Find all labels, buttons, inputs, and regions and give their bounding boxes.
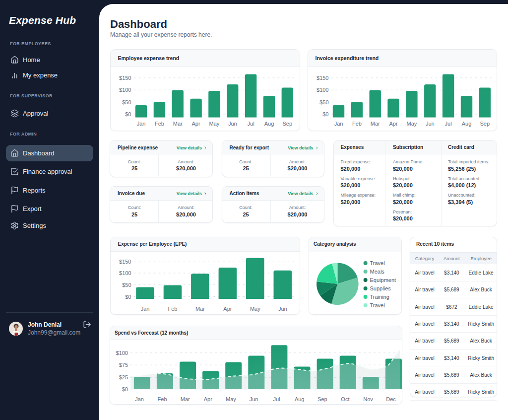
svg-text:Feb: Feb xyxy=(168,306,177,312)
svg-text:Travel: Travel xyxy=(370,302,385,308)
svg-text:$150: $150 xyxy=(119,75,131,81)
svg-text:Aug: Aug xyxy=(295,396,305,402)
svg-text:Sep: Sep xyxy=(480,121,490,127)
svg-text:$100: $100 xyxy=(119,87,131,93)
svg-text:Aug: Aug xyxy=(264,121,274,127)
svg-text:$0: $0 xyxy=(122,386,128,392)
svg-text:$75: $75 xyxy=(119,362,128,368)
svg-text:Jan: Jan xyxy=(140,306,149,312)
svg-text:Mar: Mar xyxy=(195,306,204,312)
svg-text:Training: Training xyxy=(370,294,389,300)
svg-text:Jul: Jul xyxy=(444,121,451,127)
svg-text:Equipment: Equipment xyxy=(370,277,396,283)
svg-text:May: May xyxy=(406,121,417,127)
svg-text:Apr: Apr xyxy=(191,121,200,127)
svg-text:$25: $25 xyxy=(119,374,128,380)
svg-text:$100: $100 xyxy=(116,350,128,356)
svg-text:Jan: Jan xyxy=(334,121,343,127)
svg-text:Supplies: Supplies xyxy=(370,285,391,291)
svg-text:Apr: Apr xyxy=(223,306,232,312)
svg-text:Mar: Mar xyxy=(370,121,380,127)
svg-text:Mar: Mar xyxy=(173,121,182,127)
svg-text:$0: $0 xyxy=(125,111,131,117)
svg-text:Jun: Jun xyxy=(278,306,287,312)
svg-text:$150: $150 xyxy=(119,259,131,265)
svg-text:Feb: Feb xyxy=(352,121,361,127)
svg-text:Aug: Aug xyxy=(461,121,471,127)
svg-text:Jan: Jan xyxy=(136,121,145,127)
svg-text:$150: $150 xyxy=(317,75,328,81)
svg-text:Jun: Jun xyxy=(228,121,237,127)
svg-text:Sep: Sep xyxy=(318,396,327,402)
svg-text:$100: $100 xyxy=(317,87,328,93)
svg-text:Travel: Travel xyxy=(370,260,385,266)
svg-text:$0: $0 xyxy=(125,294,131,300)
svg-text:Sep: Sep xyxy=(282,121,292,127)
svg-text:Jan: Jan xyxy=(135,396,144,402)
svg-text:$50: $50 xyxy=(319,99,328,105)
svg-text:Apr: Apr xyxy=(204,396,212,402)
svg-text:May: May xyxy=(226,396,236,402)
svg-text:Jun: Jun xyxy=(425,121,434,127)
svg-text:May: May xyxy=(250,306,260,312)
svg-text:$50: $50 xyxy=(122,99,131,105)
svg-text:Nov: Nov xyxy=(363,396,373,402)
svg-text:Jul: Jul xyxy=(247,121,254,127)
svg-text:$0: $0 xyxy=(322,111,328,117)
svg-text:Jun: Jun xyxy=(250,396,258,402)
svg-text:$100: $100 xyxy=(119,270,131,276)
svg-text:Meals: Meals xyxy=(370,269,385,275)
svg-text:Feb: Feb xyxy=(158,396,167,402)
svg-text:Feb: Feb xyxy=(154,121,164,127)
svg-text:May: May xyxy=(209,121,219,127)
svg-text:Dec: Dec xyxy=(386,396,396,402)
svg-text:Oct: Oct xyxy=(341,396,349,402)
svg-text:Apr: Apr xyxy=(389,121,397,127)
svg-text:Jul: Jul xyxy=(273,396,280,402)
svg-text:Mar: Mar xyxy=(181,396,190,402)
svg-text:$50: $50 xyxy=(122,282,131,288)
